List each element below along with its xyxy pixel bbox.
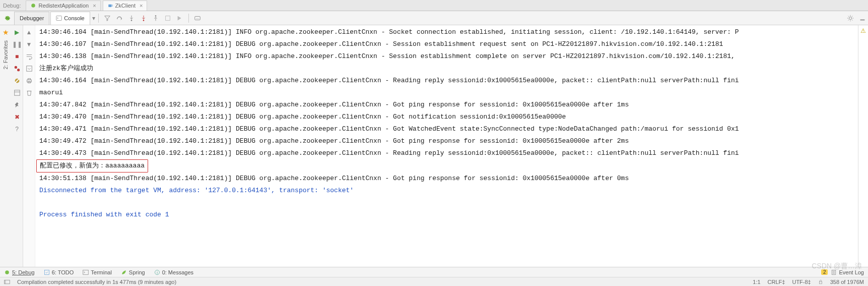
info-icon: i bbox=[154, 269, 160, 275]
toolwindow-messages[interactable]: i 0: Messages bbox=[154, 269, 193, 275]
toolwindow-todo[interactable]: 6: TODO bbox=[44, 269, 74, 275]
svg-point-34 bbox=[5, 270, 9, 274]
step-into-icon[interactable] bbox=[126, 13, 137, 24]
toolwindow-toggle-icon[interactable] bbox=[4, 279, 10, 285]
log-line: 14:30:49.473 [main-SendThread(10.192.140… bbox=[39, 147, 854, 159]
tab-debugger[interactable]: Debugger bbox=[14, 12, 49, 25]
log-line: Process finished with exit code 1 bbox=[39, 209, 854, 221]
force-step-into-icon[interactable] bbox=[138, 13, 149, 24]
scroll-to-end-icon[interactable] bbox=[24, 64, 34, 74]
toolwindow-label: 6: TODO bbox=[52, 269, 74, 275]
evaluate-expression-icon[interactable]: ··· bbox=[192, 13, 203, 24]
bug-icon[interactable] bbox=[2, 13, 13, 24]
view-breakpoints-icon[interactable] bbox=[12, 64, 22, 74]
svg-line-19 bbox=[852, 20, 852, 20]
svg-rect-31 bbox=[28, 79, 30, 80]
pause-icon[interactable]: ❚❚ bbox=[12, 39, 22, 49]
line-separator[interactable]: CRLF‡ bbox=[768, 279, 785, 285]
svg-line-20 bbox=[848, 20, 849, 20]
toolwindow-label: Terminal bbox=[91, 269, 112, 275]
gear-icon[interactable] bbox=[845, 13, 856, 24]
log-line: 14:30:46.164 [main-SendThread(10.192.140… bbox=[39, 75, 854, 87]
console-actions-gutter: ▲ ▼ bbox=[23, 25, 35, 267]
mute-breakpoints-icon[interactable] bbox=[12, 76, 22, 86]
close-icon[interactable]: ✖ bbox=[12, 112, 22, 122]
svg-point-0 bbox=[32, 4, 36, 8]
log-line: maorui bbox=[39, 87, 854, 99]
warning-marker-icon[interactable]: ⚠ bbox=[860, 27, 866, 34]
status-message: Compilation completed successfully in 1s… bbox=[17, 279, 176, 285]
toolwindow-spring[interactable]: Spring bbox=[121, 269, 145, 275]
run-to-cursor-icon[interactable] bbox=[174, 13, 185, 24]
svg-rect-27 bbox=[14, 90, 20, 96]
svg-point-13 bbox=[849, 17, 851, 19]
encoding[interactable]: UTF-8‡ bbox=[792, 279, 811, 285]
resume-icon[interactable]: ▶ bbox=[12, 27, 22, 37]
console-output[interactable]: 14:30:46.104 [main-SendThread(10.192.140… bbox=[35, 25, 858, 267]
toolwindow-label: 0: Messages bbox=[162, 269, 193, 275]
console-icon bbox=[56, 15, 62, 21]
step-over-icon[interactable] bbox=[114, 13, 125, 24]
terminal-icon bbox=[83, 269, 89, 275]
file-tab-redistext[interactable]: RedistextApplication × bbox=[26, 1, 100, 11]
svg-rect-6 bbox=[56, 16, 62, 21]
down-icon[interactable]: ▼ bbox=[24, 39, 34, 49]
svg-rect-1 bbox=[108, 5, 111, 7]
help-icon[interactable]: ? bbox=[12, 124, 22, 134]
star-icon[interactable]: ★ bbox=[3, 28, 9, 36]
pin-icon[interactable] bbox=[12, 100, 22, 110]
svg-rect-2 bbox=[111, 5, 112, 7]
log-line: Disconnected from the target VM, address… bbox=[39, 185, 854, 197]
close-icon[interactable]: × bbox=[93, 3, 96, 9]
svg-rect-35 bbox=[44, 270, 49, 274]
left-edge-tabs: ★ 2: Favorites bbox=[0, 25, 11, 267]
file-tab-zkclient[interactable]: ZkClient × bbox=[103, 1, 148, 11]
file-tab-label: ZkClient bbox=[115, 3, 136, 9]
toolwindow-terminal[interactable]: Terminal bbox=[83, 269, 112, 275]
status-bar: Compilation completed successfully in 1s… bbox=[0, 277, 868, 286]
tab-label: Debugger bbox=[20, 15, 44, 21]
svg-rect-10 bbox=[165, 16, 170, 20]
chevron-down-icon[interactable]: ▾ bbox=[92, 15, 95, 22]
close-icon[interactable]: × bbox=[140, 3, 143, 9]
up-icon[interactable]: ▲ bbox=[24, 27, 34, 37]
tab-console[interactable]: Console bbox=[50, 12, 90, 25]
leaf-icon bbox=[121, 269, 127, 275]
drop-frame-icon[interactable] bbox=[162, 13, 173, 24]
tab-label: Console bbox=[64, 15, 84, 21]
stop-icon[interactable]: ■ bbox=[12, 51, 22, 62]
log-line: 14:30:46.138 [main-SendThread(10.192.140… bbox=[39, 50, 854, 63]
lock-icon[interactable] bbox=[818, 279, 823, 284]
memory-indicator[interactable]: 358 of 1976M bbox=[830, 279, 864, 285]
file-tab-bar: Debug: RedistextApplication × ZkClient × bbox=[0, 0, 868, 11]
log-line bbox=[39, 197, 854, 209]
clear-icon[interactable] bbox=[24, 88, 34, 98]
toolwindow-bar: 5: Debug 6: TODO Terminal Spring i 0: Me… bbox=[0, 267, 868, 277]
caret-position[interactable]: 1:1 bbox=[753, 279, 760, 285]
svg-text:i: i bbox=[157, 270, 158, 275]
todo-icon bbox=[44, 269, 50, 275]
debug-toolbar: Debugger Console ▾ ··· bbox=[0, 11, 868, 25]
minimize-icon[interactable] bbox=[857, 13, 868, 24]
step-out-icon[interactable] bbox=[150, 13, 161, 24]
svg-point-8 bbox=[143, 20, 144, 21]
toolwindow-label: 5: Debug bbox=[12, 269, 35, 275]
filter-icon[interactable] bbox=[102, 13, 113, 24]
print-icon[interactable] bbox=[24, 76, 34, 86]
right-gutter: ⚠ bbox=[858, 25, 868, 267]
svg-rect-36 bbox=[83, 270, 89, 274]
separator bbox=[98, 14, 99, 23]
log-line: 注册zk客户端成功 bbox=[39, 63, 854, 75]
restore-layout-icon[interactable] bbox=[12, 88, 22, 98]
favorites-tab[interactable]: 2: Favorites bbox=[3, 40, 9, 69]
svg-rect-29 bbox=[26, 66, 32, 72]
debug-label: Debug: bbox=[3, 3, 21, 9]
separator bbox=[188, 14, 189, 23]
log-line: 14:30:47.842 [main-SendThread(10.192.140… bbox=[39, 99, 854, 111]
soft-wrap-icon[interactable] bbox=[24, 51, 34, 62]
svg-point-24 bbox=[17, 69, 20, 71]
watermark: CSDN @曹…漳 bbox=[812, 262, 862, 271]
toolwindow-debug[interactable]: 5: Debug bbox=[4, 269, 35, 275]
svg-line-18 bbox=[848, 16, 849, 16]
svg-rect-44 bbox=[5, 280, 6, 284]
